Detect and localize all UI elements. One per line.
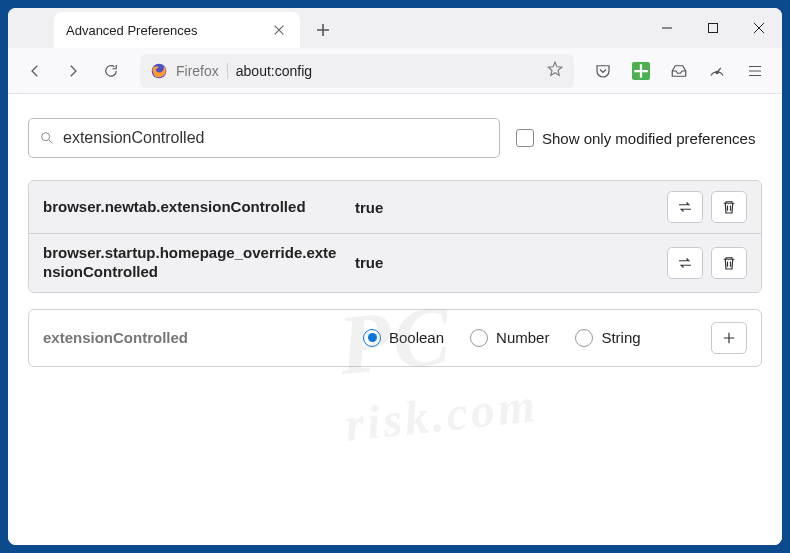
toggle-icon bbox=[676, 254, 694, 272]
modified-only-label: Show only modified preferences bbox=[542, 130, 755, 147]
plus-icon bbox=[315, 22, 331, 38]
preference-value: true bbox=[355, 254, 655, 271]
preference-key: browser.startup.homepage_override.extens… bbox=[43, 244, 343, 282]
forward-icon bbox=[64, 62, 82, 80]
radio-number[interactable]: Number bbox=[470, 329, 549, 347]
preference-table: browser.newtab.extensionControlled true … bbox=[28, 180, 762, 293]
checkbox-box bbox=[516, 129, 534, 147]
new-preference-name: extensionControlled bbox=[43, 329, 343, 346]
minimize-icon bbox=[661, 22, 673, 34]
reload-button[interactable] bbox=[94, 54, 128, 88]
title-bar: Advanced Preferences bbox=[8, 8, 782, 48]
plus-icon bbox=[720, 329, 738, 347]
preference-row[interactable]: browser.startup.homepage_override.extens… bbox=[29, 233, 761, 292]
close-window-button[interactable] bbox=[736, 8, 782, 48]
toggle-button[interactable] bbox=[667, 247, 703, 279]
inbox-button[interactable] bbox=[662, 54, 696, 88]
row-actions bbox=[667, 191, 747, 223]
delete-button[interactable] bbox=[711, 191, 747, 223]
toolbar: Firefox about:config bbox=[8, 48, 782, 94]
hamburger-icon bbox=[746, 62, 764, 80]
address-bar[interactable]: Firefox about:config bbox=[140, 54, 574, 88]
svg-point-2 bbox=[716, 71, 718, 73]
close-icon bbox=[272, 23, 286, 37]
watermark-sub: risk.com bbox=[342, 377, 540, 452]
svg-rect-0 bbox=[709, 24, 718, 33]
browser-window: Advanced Preferences Firefox about:confi… bbox=[8, 8, 782, 545]
close-icon bbox=[753, 22, 765, 34]
search-icon bbox=[39, 130, 55, 146]
tab-advanced-preferences[interactable]: Advanced Preferences bbox=[54, 12, 300, 48]
maximize-button[interactable] bbox=[690, 8, 736, 48]
svg-point-3 bbox=[42, 133, 50, 141]
extension-icon bbox=[632, 62, 650, 80]
radio-string[interactable]: String bbox=[575, 329, 640, 347]
radio-label: Number bbox=[496, 329, 549, 346]
toggle-icon bbox=[676, 198, 694, 216]
star-icon bbox=[546, 60, 564, 78]
forward-button[interactable] bbox=[56, 54, 90, 88]
new-tab-button[interactable] bbox=[308, 15, 338, 45]
back-button[interactable] bbox=[18, 54, 52, 88]
preference-row[interactable]: browser.newtab.extensionControlled true bbox=[29, 181, 761, 233]
radio-dot bbox=[363, 329, 381, 347]
firefox-icon bbox=[150, 62, 168, 80]
inbox-icon bbox=[670, 62, 688, 80]
modified-only-toggle[interactable]: Show only modified preferences bbox=[516, 129, 755, 147]
app-menu-button[interactable] bbox=[738, 54, 772, 88]
trash-icon bbox=[720, 198, 738, 216]
address-url: about:config bbox=[236, 63, 538, 79]
radio-label: String bbox=[601, 329, 640, 346]
radio-dot bbox=[470, 329, 488, 347]
search-row: Show only modified preferences bbox=[28, 118, 762, 158]
maximize-icon bbox=[707, 22, 719, 34]
address-firefox-label: Firefox bbox=[176, 63, 228, 79]
window-controls bbox=[644, 8, 782, 48]
tab-title: Advanced Preferences bbox=[66, 23, 198, 38]
bookmark-button[interactable] bbox=[546, 60, 564, 82]
pocket-icon bbox=[594, 62, 612, 80]
back-icon bbox=[26, 62, 44, 80]
search-input[interactable] bbox=[63, 129, 489, 147]
radio-boolean[interactable]: Boolean bbox=[363, 329, 444, 347]
delete-button[interactable] bbox=[711, 247, 747, 279]
account-button[interactable] bbox=[700, 54, 734, 88]
radio-label: Boolean bbox=[389, 329, 444, 346]
search-box[interactable] bbox=[28, 118, 500, 158]
preference-value: true bbox=[355, 199, 655, 216]
add-button[interactable] bbox=[711, 322, 747, 354]
pocket-button[interactable] bbox=[586, 54, 620, 88]
toggle-button[interactable] bbox=[667, 191, 703, 223]
reload-icon bbox=[102, 62, 120, 80]
row-actions bbox=[667, 247, 747, 279]
preference-key: browser.newtab.extensionControlled bbox=[43, 198, 343, 217]
extension-button[interactable] bbox=[624, 54, 658, 88]
type-radio-group: Boolean Number String bbox=[363, 329, 691, 347]
trash-icon bbox=[720, 254, 738, 272]
radio-dot bbox=[575, 329, 593, 347]
close-tab-button[interactable] bbox=[270, 21, 288, 39]
minimize-button[interactable] bbox=[644, 8, 690, 48]
gauge-icon bbox=[708, 62, 726, 80]
about-config-content: Show only modified preferences browser.n… bbox=[8, 94, 782, 545]
add-preference-panel: extensionControlled Boolean Number Strin… bbox=[28, 309, 762, 367]
